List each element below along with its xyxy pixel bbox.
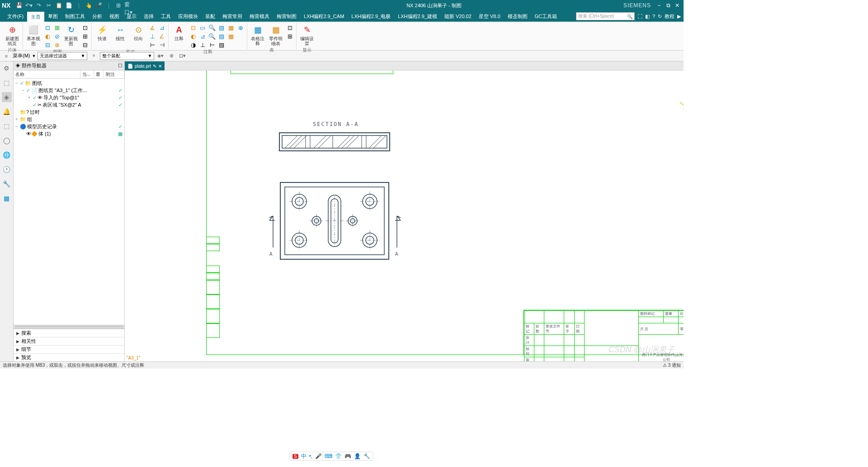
linear-button[interactable]: ↔线性 [112,23,129,42]
dim-sm-2[interactable]: ⊿ [157,23,166,32]
paste-icon[interactable]: 📄 [65,1,73,9]
undo-icon[interactable]: ↶▾ [25,1,33,9]
menu-xingkong[interactable]: 星空 V8.0 [475,11,504,22]
menu-tools[interactable]: 工具 [157,11,175,22]
top-view[interactable] [277,179,392,263]
ann-sm-8[interactable]: ⊿ [198,32,207,40]
ann-sm-7[interactable]: ◐ [189,32,198,40]
view-sm-3[interactable]: ◐ [43,32,52,40]
rail-settings-icon[interactable]: ⚙ [2,63,12,73]
expand-panel[interactable]: ▶相关性 [14,337,124,345]
menu-icon[interactable]: ≡ [2,52,11,60]
rapid-button[interactable]: ⚡快速 [94,23,111,42]
menu-lxh-model[interactable]: LXH编程2.9_建模 [394,11,441,22]
view-sm-4[interactable]: ⊘ [52,32,61,40]
ann-sm-11[interactable]: ▦ [226,32,236,40]
nav-close-icon[interactable]: ☐ [118,63,123,69]
play-icon[interactable]: ▶ [677,14,681,19]
menu-assembly[interactable]: 装配 [202,11,219,22]
menu-nengxin[interactable]: 能新 V20.02 [441,11,475,22]
help-icon[interactable]: ? [652,14,655,19]
ann-sm-3[interactable]: 🔍 [208,23,217,32]
section-view[interactable] [278,132,391,152]
menu-select[interactable]: 选择 [140,11,157,22]
ann-sm-9[interactable]: 🔍 [208,32,217,40]
view-sm-1[interactable]: ⊡ [43,23,52,32]
ann-sm-2[interactable]: ▭ [198,23,207,32]
tree-row[interactable]: 📁?过时 [14,108,124,116]
base-view-button[interactable]: ⬜基本视图 [25,23,42,47]
cut-icon[interactable]: ✂ [45,1,53,9]
edit-settings-button[interactable]: ✎编辑设置 [298,23,316,47]
menu-drafting-tools[interactable]: 制图工具 [61,11,89,22]
tree-row[interactable]: ✓✂表区域 "SX@2" A✓ [14,101,124,108]
col-latest[interactable]: 最 [94,70,104,78]
ann-sm-15[interactable]: ▨ [217,41,226,49]
expand-panel[interactable]: ▶搜索 [14,329,124,337]
col-notes[interactable]: 附注 [104,70,124,78]
menu-lxh-electrode[interactable]: LXH编程2.9_电极 [348,11,394,22]
expand-panel[interactable]: ▶细节 [14,345,124,353]
update-view-button[interactable]: ↻更新视图 [62,23,80,47]
filter-icon-3[interactable]: ⊗ [167,52,176,60]
rail-constraint-icon[interactable]: ⬚ [2,121,12,131]
fullscreen-icon[interactable]: ⛶ [637,14,642,19]
rail-bell-icon[interactable]: 🔔 [2,107,12,117]
table-note-button[interactable]: ▦表格注释 [249,23,266,47]
mic-icon[interactable]: 🎤 [94,1,103,9]
menu-display[interactable]: 显示 [123,11,140,22]
search-input[interactable]: 搜索 (Ctrl+Space)🔍 [576,12,635,20]
tab-close-icon[interactable]: ✕ [158,64,162,69]
redo-icon[interactable]: ↷ [35,1,43,9]
rail-drafting-icon[interactable]: ▦ [2,193,12,203]
menu-analysis[interactable]: 分析 [89,11,106,22]
view-sm-7[interactable]: ⊡ [80,23,90,32]
selection-filter-combo[interactable]: 无选择过滤器▼ [38,52,87,60]
assembly-filter-combo[interactable]: 整个装配▼ [100,52,154,60]
dim-sm-6[interactable]: ⊣ [157,41,166,49]
tree-row[interactable]: −✓📄图纸页 "A3_1" (工作...✓ [14,87,124,94]
tutorial-link[interactable]: 教程 [665,13,675,20]
view-sm-9[interactable]: ⊟ [80,41,90,49]
menu-meilei2[interactable]: 梅雷模具 [246,11,273,22]
parts-list-button[interactable]: ▦零件明细表 [267,23,284,47]
switch-window-icon[interactable]: ⊞ [114,1,123,9]
ann-sm-14[interactable]: ⊢ [208,41,217,49]
view-sm-5[interactable]: ⊟ [43,41,52,49]
view-sm-6[interactable]: ⊗ [52,41,61,49]
close-icon[interactable]: ✕ [674,2,681,9]
save-icon[interactable]: 💾 [15,1,23,9]
new-sheet-button[interactable]: ⊕新建图纸页 [4,23,21,47]
filter-icon-1[interactable]: ⚬ [89,52,98,60]
tbl-sm-2[interactable]: ⊞ [285,32,294,40]
restore-icon[interactable]: ⧉ [665,2,672,9]
tab-plate[interactable]: 📄plate.prt✎✕ [125,61,165,70]
ann-sm-1[interactable]: ⊡ [189,23,198,32]
annotation-button[interactable]: A注释 [170,23,188,42]
radial-button[interactable]: ⊙径向 [130,23,147,42]
navigator-tree[interactable]: −✓📁图纸−✓📄图纸页 "A3_1" (工作...✓+✓👁导入的 "Top@1"… [14,79,124,325]
drawing-canvas[interactable]: SECTION A-A [125,70,684,361]
menu-file[interactable]: 文件(F) [4,11,27,22]
tree-row[interactable]: +✓👁导入的 "Top@1"✓ [14,94,124,101]
dim-sm-4[interactable]: ∠ [157,32,166,40]
expand-panel[interactable]: ▶预览 [14,353,124,361]
copy-icon[interactable]: 📋 [55,1,63,9]
menu-label[interactable]: 菜单(M) [13,52,30,59]
ann-sm-4[interactable]: ▨ [217,23,226,32]
col-name[interactable]: 名称 [14,70,80,78]
dim-sm-5[interactable]: ⊢ [148,41,157,49]
rail-history-icon[interactable]: 🕐 [2,164,12,174]
ann-sm-12[interactable]: ◑ [189,41,198,49]
menu-mosheng[interactable]: 模圣制图 [504,11,531,22]
menu-lxh-cam[interactable]: LXH编程2.9_CAM [300,11,348,22]
menu-application[interactable]: 应用模块 [175,11,202,22]
view-sm-8[interactable]: ⊞ [80,32,90,40]
tree-row[interactable]: −✓📁图纸 [14,79,124,87]
menu-view[interactable]: 视图 [106,11,123,22]
col-current[interactable]: 当... [80,70,94,78]
tree-row[interactable]: +📁组 [14,116,124,123]
window-icon[interactable]: ⊡ 窗口▾ [124,1,132,9]
menu-gctoolbox[interactable]: GC工具箱 [531,11,561,22]
ann-sm-5[interactable]: ▦ [226,23,236,32]
